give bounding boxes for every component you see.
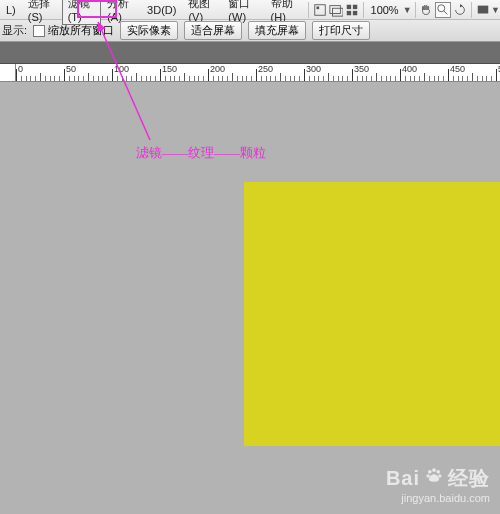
svg-rect-0 xyxy=(315,4,326,15)
document-tab-strip xyxy=(0,42,500,64)
watermark-url: jingyan.baidu.com xyxy=(386,492,490,504)
checkbox-icon[interactable] xyxy=(33,25,45,37)
grid-icon[interactable] xyxy=(345,2,359,18)
zoom-level[interactable]: 100% xyxy=(367,4,403,16)
rotate-icon[interactable] xyxy=(453,2,467,18)
menu-separator xyxy=(415,2,416,18)
screen-mode-icon[interactable] xyxy=(476,2,490,18)
history-icon[interactable] xyxy=(329,2,343,18)
svg-point-15 xyxy=(438,474,441,477)
menu-separator xyxy=(363,2,364,18)
svg-rect-4 xyxy=(347,4,351,8)
svg-rect-3 xyxy=(332,8,343,16)
svg-rect-7 xyxy=(353,10,357,14)
paw-icon xyxy=(424,466,444,491)
menu-item-select[interactable]: 选择(S) xyxy=(22,0,62,25)
horizontal-ruler: 050100150200250300350400450500550 xyxy=(0,64,500,82)
menu-separator xyxy=(471,2,472,18)
svg-point-8 xyxy=(438,4,445,11)
menu-bar: L) 选择(S) 滤镜(T) 分析(A) 3D(D) 视图(V) 窗口(W) 帮… xyxy=(0,0,500,20)
svg-point-12 xyxy=(432,468,436,472)
options-hint-label: 显示: xyxy=(2,23,27,38)
launch-bridge-icon[interactable] xyxy=(313,2,327,18)
zoom-tool-icon[interactable] xyxy=(435,2,451,18)
svg-rect-10 xyxy=(478,5,489,13)
actual-pixels-button[interactable]: 实际像素 xyxy=(120,21,178,40)
hand-tool-icon[interactable] xyxy=(419,2,433,18)
svg-rect-2 xyxy=(330,5,341,13)
zoom-all-windows-option[interactable]: 缩放所有窗口 xyxy=(33,23,114,38)
watermark-brand-a: Bai xyxy=(386,467,420,490)
svg-point-13 xyxy=(436,470,440,474)
menu-item-3d[interactable]: 3D(D) xyxy=(141,2,182,18)
zoom-all-windows-label: 缩放所有窗口 xyxy=(48,24,114,36)
ruler-origin[interactable] xyxy=(0,64,16,82)
svg-line-9 xyxy=(444,10,448,14)
watermark: Bai 经验 jingyan.baidu.com xyxy=(386,465,490,504)
svg-point-11 xyxy=(428,470,432,474)
fill-screen-button[interactable]: 填充屏幕 xyxy=(248,21,306,40)
yellow-rectangle-layer[interactable] xyxy=(244,182,500,446)
watermark-brand-b: 经验 xyxy=(448,465,490,492)
fit-screen-button[interactable]: 适合屏幕 xyxy=(184,21,242,40)
svg-rect-5 xyxy=(353,4,357,8)
svg-point-14 xyxy=(427,474,430,477)
annotation-text: 滤镜——纹理——颗粒 xyxy=(136,144,266,162)
options-bar: 显示: 缩放所有窗口 实际像素 适合屏幕 填充屏幕 打印尺寸 xyxy=(0,20,500,42)
menu-separator xyxy=(308,2,309,18)
menu-item-layer[interactable]: L) xyxy=(0,2,22,18)
print-size-button[interactable]: 打印尺寸 xyxy=(312,21,370,40)
svg-rect-6 xyxy=(347,10,351,14)
svg-rect-1 xyxy=(316,6,319,9)
menu-item-filter[interactable]: 滤镜(T) xyxy=(62,0,101,25)
